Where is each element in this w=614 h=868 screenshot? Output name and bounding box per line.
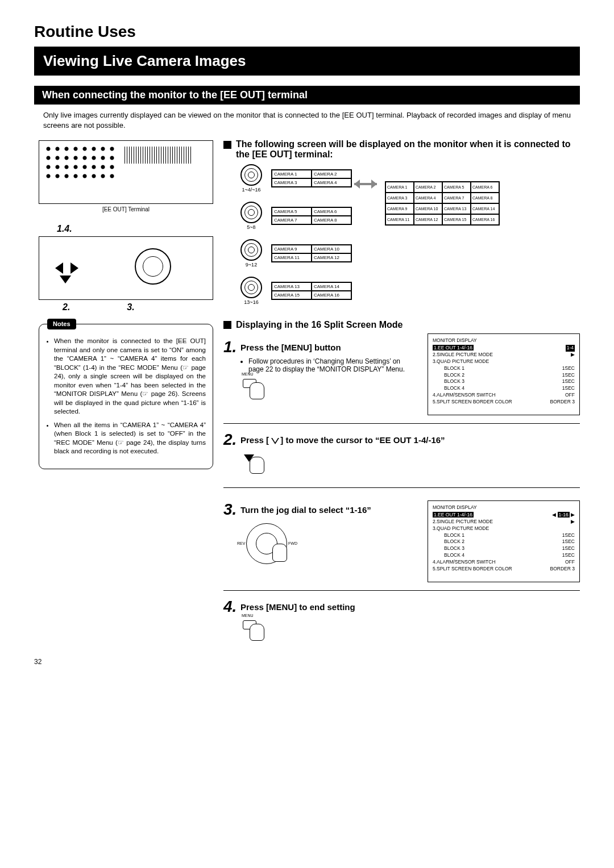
square-bullet-icon (223, 141, 231, 149)
intro-text: Only live images currently displayed can… (43, 110, 571, 130)
step-4-title: Press [MENU] to end setting (240, 602, 355, 615)
step-1-title: Press the [MENU] button (240, 343, 341, 355)
jog-dial-turn-icon: REV FWD (240, 521, 303, 566)
notes-badge: Notes (47, 319, 76, 329)
down-arrow-icon (60, 276, 71, 289)
monitor-display-menu-2: MONITOR DISPLAY 1.EE OUT 1-4/-16◀ 1-16 ▶… (428, 500, 580, 582)
dial-icon (240, 277, 262, 298)
right-column: The following screen will be displayed o… (223, 136, 580, 646)
section-heading-16split: Displaying in the 16 Split Screen Mode (223, 320, 580, 330)
screen-display-heading: The following screen will be displayed o… (223, 139, 580, 160)
press-menu-icon: MENU (240, 618, 269, 646)
monitor-display-menu-1: MONITOR DISPLAY 1.EE OUT 1-4/-161-4 2.SI… (428, 333, 580, 415)
page-number: 32 (34, 658, 580, 666)
subtitle-bar: When connecting the monitor to the [EE O… (34, 86, 580, 105)
separator (223, 487, 580, 488)
note-item: When all the items in “CAMERA 1” ~ “CAME… (54, 421, 206, 456)
step-2-title: Press [ ] to move the cursor to “EE OUT … (240, 435, 445, 448)
note-item: When the monitor is connected to the [EE… (54, 337, 206, 416)
quad-screen: CAMERA 13CAMERA 14 CAMERA 15CAMERA 16 (271, 282, 352, 300)
dial-label: 1~4/~16 (242, 187, 260, 193)
step-1-body: Follow procedures in ‘Changing Menu Sett… (248, 357, 416, 373)
dial-icon (240, 239, 262, 261)
quad-screen: CAMERA 9CAMERA 10 CAMERA 11CAMERA 12 (271, 244, 352, 262)
dial-icon (240, 202, 262, 223)
press-menu-icon: MENU (240, 377, 269, 405)
chapter-title: Routine Uses (34, 23, 580, 41)
quad-screen: CAMERA 5CAMERA 6 CAMERA 7CAMERA 8 (271, 207, 352, 225)
sixteen-split-screen: CAMERA 1CAMERA 2CAMERA 5CAMERA 6 CAMERA … (385, 181, 500, 226)
left-column: [EE OUT] Terminal 1.4. 2. 3. Notes When … (34, 136, 223, 646)
quad-screens-stack: 1~4/~16 CAMERA 1CAMERA 2 CAMERA 3CAMERA … (231, 164, 352, 310)
left-arrow-icon (49, 262, 63, 274)
separator (223, 423, 580, 424)
callout-3: 3. (127, 302, 134, 312)
screen-display-heading-text: The following screen will be displayed o… (236, 139, 580, 160)
page-title-bar: Viewing Live Camera Images (34, 47, 580, 76)
dial-label: 13~16 (244, 299, 258, 305)
callout-1-4: 1.4. (57, 224, 218, 234)
rear-panel-diagram (39, 140, 213, 204)
double-arrow-icon (354, 181, 377, 187)
step-2: 2. Press [ ] to move the cursor to “EE O… (223, 432, 580, 448)
dial-icon (240, 164, 262, 186)
step-3-title: Turn the jog dial to select “1-16” (240, 505, 371, 518)
callout-2: 2. (63, 302, 70, 312)
notes-box: Notes When the monitor is connected to t… (39, 324, 213, 469)
ee-out-terminal-label: [EE OUT] Terminal (34, 206, 218, 212)
right-arrow-icon (70, 262, 84, 274)
quad-screen: CAMERA 1CAMERA 2 CAMERA 3CAMERA 4 (271, 169, 352, 187)
front-panel-diagram (39, 236, 213, 300)
step-1: 1. Press the [MENU] button (223, 339, 416, 355)
dial-label: 5~8 (247, 224, 255, 230)
dial-label: 9~12 (246, 262, 257, 268)
jog-dial-icon (135, 248, 171, 285)
square-bullet-icon (223, 321, 231, 329)
step-3: 3. Turn the jog dial to select “1-16” (223, 502, 416, 518)
press-down-icon (240, 451, 269, 479)
step-4: 4. Press [MENU] to end setting (223, 599, 580, 615)
separator (223, 590, 580, 591)
